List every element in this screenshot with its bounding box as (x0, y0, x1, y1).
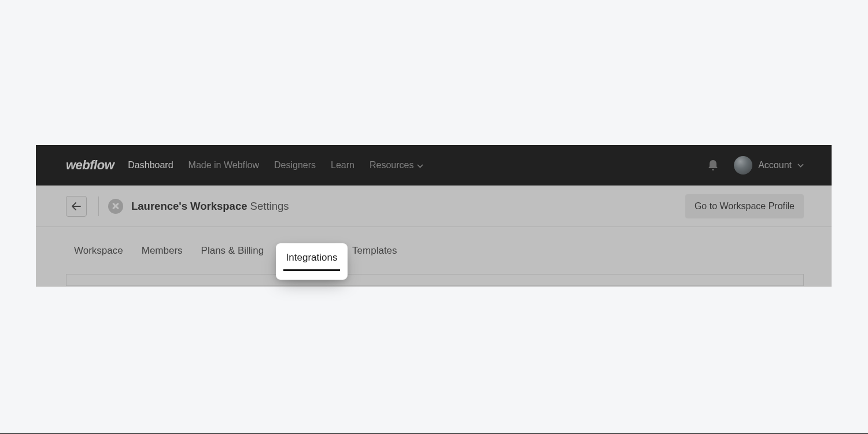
nav-made-in-webflow[interactable]: Made in Webflow (189, 160, 259, 170)
top-nav-right: Account (707, 156, 804, 175)
nav-learn[interactable]: Learn (331, 160, 354, 170)
go-to-workspace-profile-button[interactable]: Go to Workspace Profile (685, 194, 804, 218)
workspace-icon (108, 199, 123, 214)
notifications-icon[interactable] (707, 159, 719, 172)
webflow-logo[interactable]: webflow (66, 158, 114, 173)
account-menu[interactable]: Account (734, 156, 804, 175)
chevron-down-icon (797, 164, 804, 168)
chevron-down-icon (417, 164, 423, 168)
account-label: Account (758, 160, 792, 170)
divider (98, 196, 99, 216)
nav-resources-label: Resources (370, 160, 413, 170)
page-title-suffix: Settings (250, 200, 289, 212)
spotlight-integrations-tab[interactable]: Integrations (276, 243, 348, 280)
spotlight-underline (283, 269, 340, 271)
tabs-area: Workspace Members Plans & Billing Integr… (36, 227, 832, 275)
nav-resources[interactable]: Resources (370, 160, 423, 170)
spotlight-label: Integrations (286, 252, 338, 264)
content-panel (66, 275, 804, 286)
nav-designers[interactable]: Designers (274, 160, 316, 170)
nav-items: Dashboard Made in Webflow Designers Lear… (128, 160, 423, 170)
nav-dashboard[interactable]: Dashboard (128, 160, 173, 170)
arrow-left-icon (72, 202, 81, 210)
settings-bar: Laurence's Workspace Settings Go to Work… (36, 186, 832, 227)
tab-members[interactable]: Members (141, 242, 184, 260)
top-nav: webflow Dashboard Made in Webflow Design… (36, 145, 832, 186)
back-button[interactable] (66, 196, 87, 217)
avatar (734, 156, 752, 175)
tab-templates[interactable]: Templates (351, 242, 398, 260)
tabs: Workspace Members Plans & Billing Integr… (66, 227, 804, 275)
workspace-name: Laurence's Workspace (131, 200, 247, 212)
app-window: webflow Dashboard Made in Webflow Design… (36, 145, 832, 287)
tab-workspace[interactable]: Workspace (73, 242, 124, 260)
page-title: Laurence's Workspace Settings (131, 200, 289, 213)
tab-plans-billing[interactable]: Plans & Billing (200, 242, 265, 260)
